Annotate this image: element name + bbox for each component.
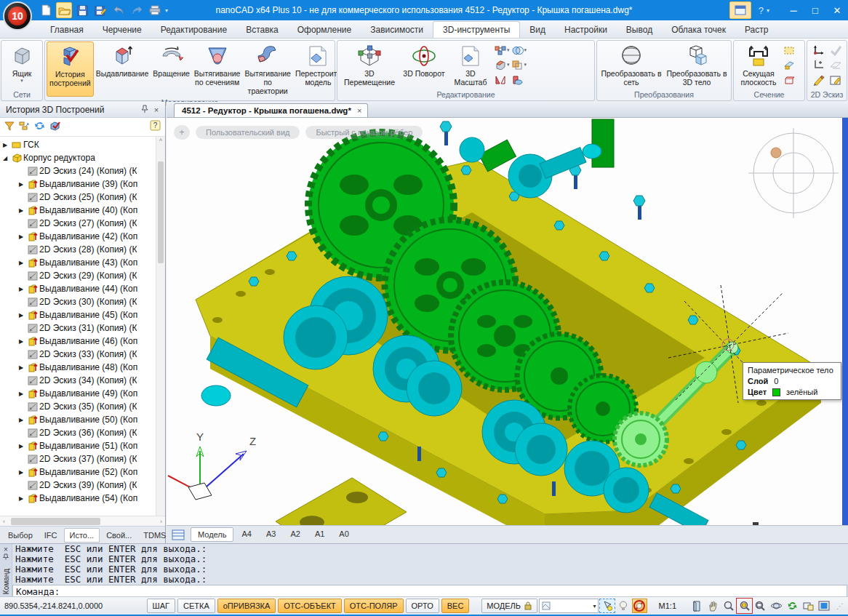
- tree-item[interactable]: 2D Эскиз (39) (Копия) (К: [0, 479, 165, 492]
- viewports-lock-icon[interactable]: [801, 599, 816, 613]
- ribbon-tab-Вывод[interactable]: Вывод: [617, 22, 662, 38]
- visual-style-button[interactable]: Быстрый с показом рёбер: [305, 126, 423, 139]
- status-toggle-ОТС-ОБЪЕКТ[interactable]: ОТС-ОБЪЕКТ: [278, 599, 341, 613]
- new-file-button[interactable]: [38, 2, 54, 18]
- revolve-button[interactable]: Вращение: [151, 41, 192, 97]
- tree-item[interactable]: ▶Выдавливание (50) (Коп: [0, 413, 165, 426]
- section-plane-button[interactable]: Секущая плоскость: [735, 41, 782, 89]
- panel-tab-Исто...[interactable]: Исто...: [64, 528, 100, 543]
- visual-style-combo[interactable]: ▾: [539, 599, 599, 613]
- tree-item[interactable]: ▶Выдавливание (42) (Коп: [0, 230, 165, 243]
- sketch-edit-icon[interactable]: [829, 74, 841, 86]
- status-toggle-ОТС-ПОЛЯР[interactable]: ОТС-ПОЛЯР: [344, 599, 404, 613]
- layout-tab-A3[interactable]: A3: [260, 527, 282, 542]
- tree-item[interactable]: ▶Выдавливание (43) (Коп: [0, 256, 165, 269]
- panel-help-icon[interactable]: ?: [150, 120, 161, 134]
- cursor-light-toggle[interactable]: [599, 599, 615, 613]
- document-tab[interactable]: 4512 - Редуктор - Крышка погашена.dwg* ×: [174, 103, 368, 117]
- tree-item[interactable]: ▶Выдавливание (45) (Коп: [0, 308, 165, 321]
- tree-expand-icon[interactable]: ▶: [16, 495, 26, 502]
- regen-icon[interactable]: [785, 599, 800, 613]
- command-panel-pin-icon[interactable]: [3, 553, 9, 561]
- add-view-button[interactable]: +: [174, 125, 190, 140]
- combo-dropdown-icon[interactable]: ▾: [593, 603, 596, 609]
- sketch-accept-icon[interactable]: [829, 44, 841, 56]
- app-logo[interactable]: 10: [3, 1, 32, 31]
- zoom-extents-icon[interactable]: [753, 599, 768, 613]
- panel-tab-IFC[interactable]: IFC: [39, 529, 63, 542]
- command-panel-close-icon[interactable]: ×: [4, 545, 8, 553]
- minimize-button[interactable]: ─: [783, 0, 804, 20]
- ribbon-tab-Вид[interactable]: Вид: [520, 22, 555, 38]
- tree-horizontal-scrollbar[interactable]: ‹ ›: [0, 516, 165, 526]
- refresh-icon[interactable]: [34, 121, 45, 134]
- tree-item[interactable]: 2D Эскиз (37) (Копия) (К: [0, 452, 165, 465]
- tree-expand-icon[interactable]: ▶: [16, 233, 26, 240]
- zoom-window-icon[interactable]: [737, 599, 752, 613]
- box-dropdown-icon[interactable]: ▾: [20, 78, 23, 84]
- layout-list-icon[interactable]: [170, 527, 186, 542]
- layout-tab-A1[interactable]: A1: [308, 527, 331, 542]
- loft-button[interactable]: Вытягивание по сечениям: [192, 41, 243, 97]
- view-style-button[interactable]: Пользовательский вид: [196, 126, 300, 139]
- section-boundary-icon[interactable]: [783, 44, 795, 56]
- sketch-draw-icon[interactable]: [812, 74, 825, 86]
- pan-hand-icon[interactable]: [705, 599, 720, 613]
- layout-tab-A0[interactable]: A0: [332, 527, 355, 542]
- chamfer-icon[interactable]: [494, 59, 506, 71]
- tree-item[interactable]: ▶Выдавливание (49) (Коп: [0, 387, 165, 400]
- boolean-union-icon[interactable]: [511, 44, 524, 56]
- tree-item[interactable]: 2D Эскиз (25) (Копия) (К: [0, 191, 165, 204]
- tree-item[interactable]: 2D Эскиз (30) (Копия) (К: [0, 295, 165, 308]
- show-panel-icon[interactable]: [689, 599, 704, 613]
- tree-expand-icon[interactable]: ◢: [0, 155, 10, 161]
- no-light-toggle[interactable]: [632, 599, 647, 613]
- tree-root-item[interactable]: ▶ГСК: [0, 138, 165, 151]
- command-input[interactable]: Команда:: [12, 585, 847, 596]
- model-space-button[interactable]: МОДЕЛЬ: [481, 599, 537, 613]
- scale-3d-button[interactable]: 3D Масштаб: [448, 41, 493, 89]
- array-3d-icon[interactable]: [494, 44, 506, 56]
- ribbon-tab-3D-инструменты[interactable]: 3D-инструменты: [433, 21, 520, 38]
- status-toggle-ВЕС[interactable]: ВЕС: [441, 599, 470, 613]
- tree-expand-icon[interactable]: ▶: [16, 286, 26, 292]
- section-knife-icon[interactable]: [783, 59, 795, 71]
- scroll-up-icon[interactable]: ˄: [156, 137, 165, 143]
- array-dropdown-icon[interactable]: ▾: [507, 47, 510, 53]
- convert-to-solid-button[interactable]: Преобразовать в 3D тело: [664, 41, 729, 89]
- move-3d-button[interactable]: 3D Перемещение: [339, 41, 400, 89]
- rotate-3d-button[interactable]: 3D Поворот: [400, 41, 448, 89]
- section-box-icon[interactable]: [783, 74, 795, 86]
- group-tree-icon[interactable]: [19, 121, 30, 134]
- tree-expand-icon[interactable]: ▶: [16, 312, 26, 319]
- zoom-icon[interactable]: [721, 599, 736, 613]
- interfere-dropdown-icon[interactable]: ▾: [524, 62, 527, 68]
- tree-vertical-scrollbar[interactable]: ˄: [156, 137, 165, 516]
- tree-item[interactable]: ▶Выдавливание (48) (Коп: [0, 361, 165, 374]
- ribbon-tab-Главная[interactable]: Главная: [41, 22, 93, 38]
- tree-item[interactable]: 2D Эскиз (24) (Копия) (К: [0, 164, 165, 177]
- ribbon-tab-Растр[interactable]: Растр: [735, 22, 777, 38]
- ribbon-tab-Настройки[interactable]: Настройки: [555, 22, 617, 38]
- tree-item[interactable]: ▶Выдавливание (39) (Коп: [0, 177, 165, 191]
- scroll-left-icon[interactable]: ‹: [0, 518, 8, 525]
- ribbon-tab-Облака точек[interactable]: Облака точек: [662, 22, 735, 38]
- light-bulb-icon[interactable]: [616, 599, 631, 613]
- tree-item[interactable]: ▶Выдавливание (54) (Коп: [0, 492, 165, 505]
- tree-item[interactable]: ▶Выдавливание (40) (Коп: [0, 204, 165, 217]
- open-file-button[interactable]: [56, 2, 72, 18]
- extrude-button[interactable]: Выдавливание: [94, 41, 151, 97]
- ribbon-tab-Вставка[interactable]: Вставка: [236, 22, 288, 38]
- tree-expand-icon[interactable]: ▶: [16, 443, 26, 449]
- tree-item[interactable]: 2D Эскиз (33) (Копия) (К: [0, 348, 165, 361]
- maximize-button[interactable]: □: [804, 0, 826, 20]
- tree-expand-icon[interactable]: ▶: [0, 142, 10, 148]
- orbit-icon[interactable]: [769, 599, 784, 613]
- panel-tab-Выбор[interactable]: Выбор: [3, 529, 38, 542]
- tree-item[interactable]: ▶Выдавливание (44) (Коп: [0, 282, 165, 295]
- sketch-axes-plus-icon[interactable]: [812, 59, 825, 71]
- tree-item[interactable]: ▶Выдавливание (46) (Коп: [0, 335, 165, 348]
- qat-dropdown-icon[interactable]: ▾: [165, 7, 168, 14]
- solids-check-icon[interactable]: [49, 121, 61, 134]
- tree-item[interactable]: 2D Эскиз (35) (Копия) (К: [0, 400, 165, 413]
